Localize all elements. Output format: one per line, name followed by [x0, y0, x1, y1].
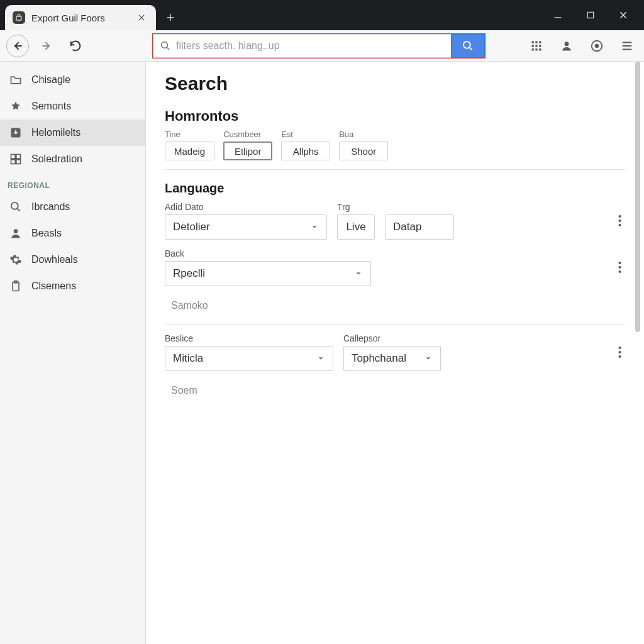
ghost-row: Soem — [165, 380, 625, 405]
gear-icon — [9, 253, 23, 267]
tab-close-button[interactable] — [136, 12, 147, 23]
pill-group: TineMadeig — [165, 130, 214, 160]
target-icon[interactable] — [589, 38, 605, 54]
pill-button-allphs[interactable]: Allphs — [281, 142, 330, 160]
clipboard-icon — [9, 279, 23, 293]
textbox-datap[interactable]: Datap — [385, 214, 454, 240]
row-menu-button[interactable] — [614, 257, 625, 277]
search-icon — [9, 200, 23, 214]
grid-icon — [9, 152, 23, 166]
sidebar-item-clsemens[interactable]: Clsemens — [0, 273, 145, 299]
field-label: Adid Dato — [165, 202, 327, 212]
sidebar: ChisagleSemontsHelomileltsSoledration RE… — [0, 62, 146, 644]
window-maximize-button[interactable] — [582, 7, 599, 23]
nav-back-button[interactable] — [6, 35, 29, 57]
titlebar: Export Guil Foors + — [0, 0, 644, 30]
folder-icon — [9, 73, 23, 87]
sidebar-item-helomilelts[interactable]: Helomilelts — [0, 119, 145, 146]
pill-label: Cusmbeer — [223, 130, 272, 139]
form-row-3: Beslice Miticla Callepsor Tophchanal — [165, 333, 625, 371]
toolbar — [0, 30, 644, 62]
window-controls — [550, 0, 640, 30]
sidebar-item-ibrcands[interactable]: Ibrcands — [0, 194, 145, 220]
svg-rect-8 — [535, 45, 537, 47]
address-bar[interactable] — [153, 34, 451, 58]
pill-label: Bua — [339, 130, 388, 139]
select-rpeclli[interactable]: Rpeclli — [165, 261, 371, 286]
select-detolier[interactable]: Detolier — [165, 214, 327, 240]
window-minimize-button[interactable] — [550, 7, 566, 23]
svg-point-32 — [619, 351, 621, 353]
sidebar-item-dowhleals[interactable]: Dowhleals — [0, 247, 145, 273]
chevron-down-icon — [310, 223, 319, 231]
form-row-1: Adid Dato Detolier Trg Live Datap — [165, 202, 625, 240]
pill-label: Tine — [165, 130, 214, 139]
textbox-value: Datap — [393, 221, 421, 233]
sidebar-item-label: Soledration — [31, 153, 82, 165]
tab-favicon — [13, 11, 25, 24]
browser-tab[interactable]: Export Guil Foors — [5, 5, 156, 30]
window-close-button[interactable] — [615, 7, 631, 23]
select-tophchanal[interactable]: Tophchanal — [343, 346, 441, 371]
apps-grid-icon[interactable] — [528, 38, 545, 54]
svg-point-31 — [619, 347, 621, 349]
svg-rect-4 — [532, 41, 534, 43]
row-menu-button[interactable] — [614, 211, 625, 231]
toolbar-right — [528, 38, 638, 54]
pill-button-etlipor[interactable]: Etlipor — [223, 142, 272, 160]
pill-group: CusmbeerEtlipor — [223, 130, 272, 160]
svg-point-33 — [619, 355, 621, 358]
person-icon — [9, 226, 23, 240]
download-box-icon — [9, 126, 23, 140]
select-miticla[interactable]: Miticla — [165, 346, 333, 371]
pill-button-shoor[interactable]: Shoor — [339, 142, 388, 160]
pill-label: Est — [281, 130, 330, 139]
tab-title: Export Guil Foors — [31, 13, 130, 23]
section-homrontos-title: Homrontos — [165, 108, 625, 125]
svg-rect-1 — [587, 12, 593, 18]
sidebar-item-label: Semonts — [31, 101, 71, 112]
row-menu-button[interactable] — [614, 342, 625, 362]
svg-rect-20 — [16, 160, 21, 164]
chevron-down-icon — [424, 354, 433, 363]
svg-rect-17 — [11, 155, 16, 159]
sidebar-group-title: REGIONAL — [0, 172, 145, 194]
field-label: Beslice — [165, 333, 333, 343]
svg-rect-11 — [535, 48, 537, 50]
field-label — [385, 202, 454, 212]
svg-point-15 — [596, 44, 599, 47]
sidebar-item-beasls[interactable]: Beasls — [0, 220, 145, 247]
nav-reload-button[interactable] — [64, 35, 87, 57]
sidebar-item-soledration[interactable]: Soledration — [0, 146, 145, 172]
field-label: Callepsor — [343, 333, 441, 343]
field-label: Trg — [337, 202, 375, 212]
svg-point-21 — [11, 203, 18, 209]
hamburger-menu-icon[interactable] — [619, 38, 635, 54]
sidebar-item-semonts[interactable]: Semonts — [0, 93, 145, 119]
main-content: Search Homrontos TineMadeigCusmbeerEtlip… — [146, 62, 644, 644]
nav-forward-button[interactable] — [35, 35, 58, 57]
svg-point-25 — [619, 215, 621, 218]
svg-rect-9 — [539, 45, 541, 47]
search-icon — [462, 40, 474, 52]
page-title: Search — [165, 73, 625, 94]
svg-point-27 — [619, 224, 621, 226]
sidebar-item-label: Clsemens — [31, 280, 76, 292]
svg-rect-19 — [11, 160, 16, 164]
form-row-2: Back Rpeclli — [165, 248, 625, 286]
sidebar-item-label: Ibrcands — [31, 201, 70, 213]
search-submit-button[interactable] — [451, 34, 485, 58]
new-tab-button[interactable]: + — [161, 8, 180, 27]
filter-pill-row: TineMadeigCusmbeerEtliporEstAllphsBuaSho… — [165, 130, 625, 170]
sidebar-item-chisagle[interactable]: Chisagle — [0, 67, 145, 93]
profile-icon[interactable] — [558, 38, 575, 54]
pill-button-madeig[interactable]: Madeig — [165, 142, 214, 160]
search-icon — [160, 40, 171, 52]
svg-rect-12 — [539, 48, 541, 50]
sidebar-item-label: Chisagle — [31, 74, 70, 86]
address-input[interactable] — [176, 40, 445, 52]
textbox-value: Live — [346, 221, 365, 233]
select-value: Rpeclli — [173, 267, 205, 280]
select-value: Tophchanal — [352, 352, 406, 365]
textbox-live[interactable]: Live — [337, 214, 375, 240]
